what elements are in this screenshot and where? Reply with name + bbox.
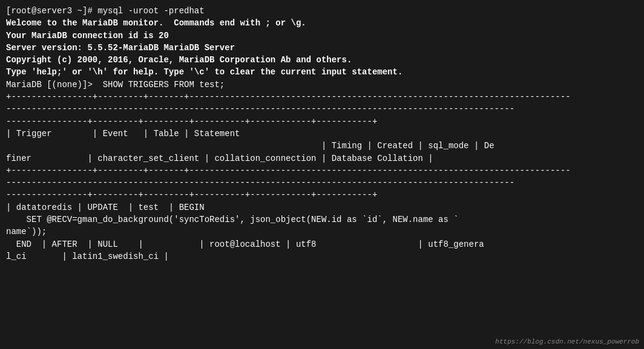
terminal-line: +----------------+---------+-------+----… (6, 165, 638, 177)
terminal-line: ----------------------------------------… (6, 103, 638, 115)
terminal-line: ----------------------------------------… (6, 177, 638, 189)
terminal-line: ----------------+---------+---------+---… (6, 189, 638, 201)
terminal-line: Type 'help;' or '\h' for help. Type '\c'… (6, 66, 638, 78)
terminal-line: Server version: 5.5.52-MariaDB MariaDB S… (6, 42, 638, 54)
terminal-line: Your MariaDB connection id is 20 (6, 30, 638, 42)
terminal-line: | datatoredis | UPDATE | test | BEGIN (6, 201, 638, 214)
terminal-line: +----------------+---------+-------+----… (6, 91, 638, 103)
terminal-line: [root@server3 ~]# mysql -uroot -predhat (6, 5, 638, 17)
watermark: https://blog.csdn.net/nexus_powerrob (495, 338, 639, 345)
terminal-content: [root@server3 ~]# mysql -uroot -predhatW… (6, 5, 638, 263)
terminal-line: l_ci | latin1_swedish_ci | (6, 250, 638, 263)
terminal-line: SET @RECV=gman_do_background('syncToRedi… (6, 214, 638, 226)
terminal-line: Copyright (c) 2000, 2016, Oracle, MariaD… (6, 54, 638, 66)
terminal-line: | Timing | Created | sql_mode | De (6, 140, 638, 152)
terminal-window: [root@server3 ~]# mysql -uroot -predhatW… (0, 0, 644, 349)
terminal-line: finer | character_set_client | collation… (6, 152, 638, 165)
terminal-line: END | AFTER | NULL | | root@localhost | … (6, 238, 638, 250)
terminal-line: | Trigger | Event | Table | Statement (6, 128, 638, 140)
terminal-line: MariaDB [(none)]> SHOW TRIGGERS FROM tes… (6, 79, 638, 91)
terminal-line: name`)); (6, 226, 638, 238)
terminal-line: ----------------+---------+---------+---… (6, 116, 638, 128)
terminal-line: Welcome to the MariaDB monitor. Commands… (6, 17, 638, 29)
